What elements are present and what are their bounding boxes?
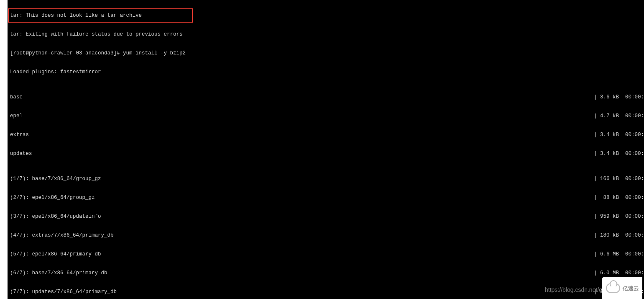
terminal-window[interactable]: tar: This does not look like a tar archi… [0,0,644,299]
repo-name: base [10,94,23,101]
repo-size: | 3.6 kB 00:00: [594,94,644,101]
repo-row: updates| 3.4 kB 00:00: [10,151,644,157]
repo-name: epel [10,113,23,119]
repo-row: epel| 4.7 kB 00:00: [10,113,644,119]
dl-row: (1/7): base/7/x86_64/group_gz| 166 kB 00… [10,176,644,182]
left-margin [0,0,8,299]
repo-row: extras| 3.4 kB 00:00: [10,132,644,138]
dl-row: (3/7): epel/x86_64/updateinfo| 959 kB 00… [10,214,644,220]
line: tar: This does not look like a tar archi… [10,13,644,19]
repo-size: | 3.4 kB 00:00: [594,132,644,138]
repo-name: updates [10,151,32,157]
line: Loaded plugins: fastestmirror [10,69,644,75]
prompt-line: [root@python-crawler-03 anaconda3]# yum … [10,50,644,57]
terminal-content: tar: This does not look like a tar archi… [8,0,644,299]
repo-size: | 4.7 kB 00:00: [594,113,644,119]
dl-row: (4/7): extras/7/x86_64/primary_db| 180 k… [10,232,644,239]
watermark-url: https://blog.csdn.net/q [545,287,602,293]
repo-row: base| 3.6 kB 00:00: [10,94,644,101]
repo-name: extras [10,132,29,138]
cloud-icon [606,283,620,293]
watermark-brand: 亿速云 [623,285,639,291]
dl-row: (5/7): epel/x86_64/primary_db| 6.6 MB 00… [10,251,644,258]
dl-row: (6/7): base/7/x86_64/primary_db| 6.0 MB … [10,270,644,276]
dl-row: (2/7): epel/x86_64/group_gz| 88 kB 00:00… [10,195,644,201]
watermark-logo: 亿速云 [602,277,642,299]
line: tar: Exiting with failure status due to … [10,31,644,38]
repo-size: | 3.4 kB 00:00: [594,151,644,157]
